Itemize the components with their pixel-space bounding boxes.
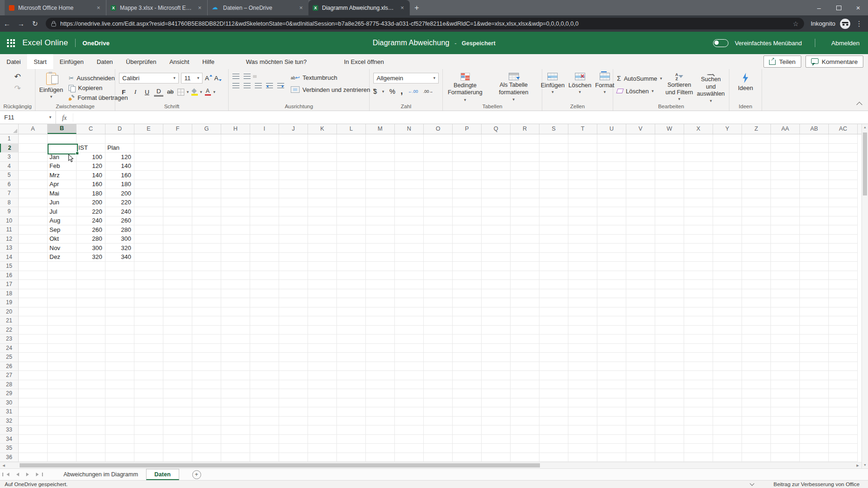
cell-U29[interactable] (597, 389, 626, 398)
cell-AC28[interactable] (829, 380, 858, 390)
cell-G14[interactable] (192, 253, 221, 262)
fx-icon[interactable] (56, 113, 73, 122)
cell-H2[interactable] (221, 144, 250, 153)
cell-E1[interactable] (134, 134, 163, 144)
cell-D36[interactable] (105, 453, 134, 462)
cell-J6[interactable] (279, 180, 308, 189)
cell-A14[interactable] (19, 253, 48, 262)
cell-J1[interactable] (279, 134, 308, 144)
cell-V5[interactable] (626, 171, 655, 180)
cell-AC15[interactable] (829, 262, 858, 271)
cell-R29[interactable] (511, 389, 539, 398)
cell-Z10[interactable] (742, 216, 771, 226)
font-color-icon[interactable] (204, 88, 211, 96)
cell-J20[interactable] (279, 307, 308, 317)
cell-F6[interactable] (163, 180, 192, 189)
cell-F24[interactable] (163, 344, 192, 353)
cell-AB23[interactable] (800, 335, 829, 344)
cell-R30[interactable] (511, 398, 539, 408)
cell-H22[interactable] (221, 326, 250, 335)
cell-U8[interactable] (597, 198, 626, 208)
column-header-Q[interactable]: Q (482, 124, 511, 134)
cell-D3[interactable]: 120 (105, 153, 134, 162)
cell-S31[interactable] (539, 407, 568, 417)
cell-A30[interactable] (19, 398, 48, 408)
cell-O26[interactable] (424, 362, 453, 371)
cell-C25[interactable] (77, 353, 105, 362)
cell-S5[interactable] (539, 171, 568, 180)
cell-Z29[interactable] (742, 389, 771, 398)
cell-AC1[interactable] (829, 134, 858, 144)
cell-U13[interactable] (597, 244, 626, 253)
cell-E6[interactable] (134, 180, 163, 189)
cell-O13[interactable] (424, 244, 453, 253)
url-text[interactable]: https://onedrive.live.com/Edit.aspx?resi… (60, 21, 789, 27)
cell-D9[interactable]: 240 (105, 207, 134, 216)
cell-J22[interactable] (279, 326, 308, 335)
cell-K17[interactable] (308, 280, 337, 289)
cell-F13[interactable] (163, 244, 192, 253)
cell-X20[interactable] (684, 307, 713, 317)
cell-M14[interactable] (366, 253, 395, 262)
cell-T17[interactable] (568, 280, 597, 289)
cell-N24[interactable] (395, 344, 424, 353)
cell-B9[interactable]: Jul (48, 207, 77, 216)
cell-T23[interactable] (568, 335, 597, 344)
column-header-V[interactable]: V (626, 124, 655, 134)
cell-L7[interactable] (337, 189, 366, 198)
cell-M17[interactable] (366, 280, 395, 289)
cell-R18[interactable] (511, 289, 539, 299)
cell-F33[interactable] (163, 425, 192, 435)
cell-A26[interactable] (19, 362, 48, 371)
cell-Q16[interactable] (482, 271, 511, 280)
cell-AA28[interactable] (771, 380, 800, 390)
cell-AA34[interactable] (771, 435, 800, 444)
cell-O21[interactable] (424, 316, 453, 326)
decrease-font-size-button[interactable]: A (214, 75, 221, 82)
cell-D24[interactable] (105, 344, 134, 353)
cell-D12[interactable]: 300 (105, 235, 134, 244)
cell-U25[interactable] (597, 353, 626, 362)
cell-L27[interactable] (337, 371, 366, 380)
cell-L6[interactable] (337, 180, 366, 189)
cell-R20[interactable] (511, 307, 539, 317)
cell-L16[interactable] (337, 271, 366, 280)
cell-D35[interactable] (105, 444, 134, 453)
cell-O34[interactable] (424, 435, 453, 444)
cell-H23[interactable] (221, 335, 250, 344)
cell-X26[interactable] (684, 362, 713, 371)
cell-Q17[interactable] (482, 280, 511, 289)
cell-C15[interactable] (77, 262, 105, 271)
row-header-31[interactable]: 31 (0, 407, 19, 417)
horizontal-scrollbar[interactable] (0, 462, 861, 468)
column-header-L[interactable]: L (337, 124, 366, 134)
cell-U6[interactable] (597, 180, 626, 189)
cell-V21[interactable] (626, 316, 655, 326)
browser-tab-3[interactable]: Dateien – OneDrive (207, 0, 308, 15)
cell-L17[interactable] (337, 280, 366, 289)
cell-E7[interactable] (134, 189, 163, 198)
cell-X6[interactable] (684, 180, 713, 189)
cell-A9[interactable] (19, 207, 48, 216)
cell-Z15[interactable] (742, 262, 771, 271)
cell-X27[interactable] (684, 371, 713, 380)
cell-T19[interactable] (568, 298, 597, 307)
column-header-A[interactable]: A (19, 124, 48, 134)
cell-N26[interactable] (395, 362, 424, 371)
row-header-21[interactable]: 21 (0, 316, 19, 326)
cell-P13[interactable] (453, 244, 482, 253)
cell-R33[interactable] (511, 425, 539, 435)
cell-U35[interactable] (597, 444, 626, 453)
cell-N7[interactable] (395, 189, 424, 198)
cell-H8[interactable] (221, 198, 250, 208)
column-header-B[interactable]: B (48, 124, 77, 134)
cell-S25[interactable] (539, 353, 568, 362)
cell-AA32[interactable] (771, 417, 800, 426)
cell-R19[interactable] (511, 298, 539, 307)
tab-close-icon[interactable] (399, 4, 406, 11)
cell-M13[interactable] (366, 244, 395, 253)
cell-A21[interactable] (19, 316, 48, 326)
cell-F19[interactable] (163, 298, 192, 307)
cell-D18[interactable] (105, 289, 134, 299)
cell-D10[interactable]: 260 (105, 216, 134, 226)
